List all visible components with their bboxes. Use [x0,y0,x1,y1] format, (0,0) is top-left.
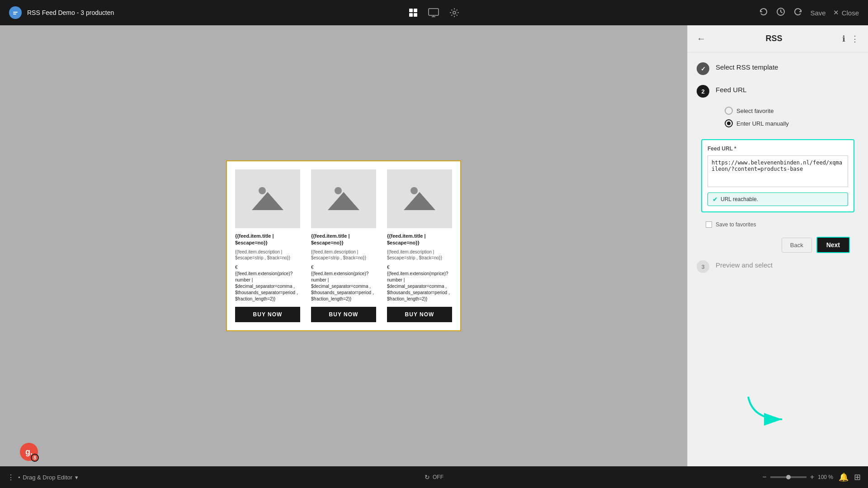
select-favorite-label: Select favorite [736,108,774,114]
svg-marker-13 [328,192,359,210]
select-favorite-radio[interactable] [725,107,733,115]
app-title: RSS Feed Demo - 3 producten [27,9,114,16]
product-description: {{feed.item.description | $escape=strip … [235,249,300,261]
zoom-controls: − + 100 % [762,473,833,481]
next-button[interactable]: Next [816,237,850,253]
product-title: {{feed.item.title | $escape=no}} [235,233,300,247]
product-description: {{feed.item.description | $escape=strip … [387,249,452,261]
save-button[interactable]: Save [810,9,826,17]
grid-apps-icon[interactable]: ⊞ [854,472,861,482]
panel-header: ← RSS ℹ ⋮ [688,25,868,52]
panel-title: RSS [765,34,782,43]
step-2: 2 Feed URL [697,84,859,98]
zoom-level: 100 % [818,474,833,480]
svg-point-14 [410,187,418,194]
feed-url-box: Feed URL * https://www.belevenenbinden.n… [701,139,854,212]
svg-rect-4 [414,9,417,12]
enter-url-option[interactable]: Enter URL manually [725,119,850,127]
clock-icon[interactable] [776,7,786,19]
buy-now-button[interactable]: BUY NOW [235,307,300,322]
svg-rect-6 [414,13,417,17]
enter-url-label: Enter URL manually [736,120,789,127]
right-panel: ← RSS ℹ ⋮ ✓ Select RSS template 2 Feed U… [687,25,868,466]
svg-point-8 [453,11,456,14]
bottom-center: ↻ OFF [425,474,443,481]
feed-url-section: Select favorite Enter URL manually [697,107,859,139]
step-1: ✓ Select RSS template [697,61,859,75]
product-title: {{feed.item.title | $escape=no}} [311,233,376,247]
check-circle-icon: ✔ [712,196,718,203]
bell-icon[interactable]: 🔔 [839,472,849,482]
dropdown-chevron-icon[interactable]: ▾ [75,474,78,481]
back-button[interactable]: Back [782,238,812,253]
panel-header-actions: ℹ ⋮ [842,34,859,44]
svg-rect-1 [13,12,18,13]
off-label: OFF [433,474,443,480]
canvas-area: {{feed.item.title | $escape=no}} {{feed.… [0,25,687,466]
product-description: {{feed.item.description | $escape=strip … [311,249,376,261]
steps-container: ✓ Select RSS template 2 Feed URL Select … [688,52,868,466]
step-1-label: Select RSS template [716,61,778,71]
svg-rect-7 [429,9,439,15]
product-price: €{{feed.item.extension(price)?number | $… [311,264,376,302]
topbar-right: Save ✕ Close [759,7,859,19]
svg-point-12 [335,187,342,194]
zoom-out-icon[interactable]: − [762,473,766,481]
save-favorites-checkbox[interactable] [706,221,712,228]
topbar-center [408,7,460,19]
feed-url-input[interactable]: https://www.belevenenbinden.nl/feed/xqma… [708,155,848,187]
product-grid: {{feed.item.title | $escape=no}} {{feed.… [231,166,456,326]
preview-container: {{feed.item.title | $escape=no}} {{feed.… [226,160,461,332]
close-x-icon: ✕ [833,9,839,17]
step-3: 3 Preview and select [697,259,859,273]
checkbox-small-icon: ▪ [18,474,20,480]
product-card: {{feed.item.title | $escape=no}} {{feed.… [231,166,304,326]
more-options-icon[interactable]: ⋮ [851,34,859,44]
enter-url-radio[interactable] [725,119,733,127]
bottom-right: − + 100 % 🔔 ⊞ [762,472,861,482]
svg-marker-11 [252,192,283,210]
refresh-icon[interactable]: ↻ [425,474,430,481]
gravio-avatar[interactable]: g. 8 [20,443,38,461]
svg-rect-5 [409,13,413,17]
save-favorites-label: Save to favorites [716,221,756,228]
product-image [311,169,376,228]
redo-icon[interactable] [793,7,803,19]
url-reachable-text: URL reachable. [721,196,758,202]
drag-drop-label: ▪ Drag & Drop Editor ▾ [18,474,78,481]
step-2-label: Feed URL [716,84,746,94]
product-image [235,169,300,228]
back-arrow-icon[interactable]: ← [697,33,706,44]
save-favorites-row[interactable]: Save to favorites [701,220,854,230]
close-button[interactable]: ✕ Close [833,9,859,17]
settings-icon[interactable] [448,7,460,19]
grid-view-icon[interactable] [408,7,419,18]
action-buttons-row: Back Next [701,235,854,255]
step-1-number: ✓ [697,62,709,75]
svg-marker-15 [404,192,435,210]
monitor-icon[interactable] [428,7,439,19]
undo-icon[interactable] [759,7,769,19]
topbar: RSS Feed Demo - 3 producten [0,0,868,25]
bottom-left: ⋮ ▪ Drag & Drop Editor ▾ [7,473,78,482]
topbar-left: RSS Feed Demo - 3 producten [9,6,114,19]
product-image [387,169,452,228]
zoom-in-icon[interactable]: + [810,473,814,481]
info-icon[interactable]: ℹ [842,34,845,44]
step-3-label: Preview and select [716,259,773,269]
product-card: {{feed.item.title | $escape=no}} {{feed.… [383,166,456,326]
svg-point-10 [259,187,266,194]
menu-dots-icon[interactable]: ⋮ [7,473,14,482]
notification-icon-wrapper: 🔔 [839,472,849,482]
radio-group: Select favorite Enter URL manually [725,107,850,127]
select-favorite-option[interactable]: Select favorite [725,107,850,115]
product-card: {{feed.item.title | $escape=no}} {{feed.… [307,166,380,326]
svg-rect-3 [409,9,413,12]
buy-now-button[interactable]: BUY NOW [311,307,376,322]
buy-now-button[interactable]: BUY NOW [387,307,452,322]
zoom-slider[interactable] [770,476,807,478]
product-title: {{feed.item.title | $escape=no}} [387,233,452,247]
app-logo [9,6,22,19]
product-price: €{{feed.item.extension(mprice)?number | … [387,264,452,302]
gravio-badge: 8 [31,454,39,462]
